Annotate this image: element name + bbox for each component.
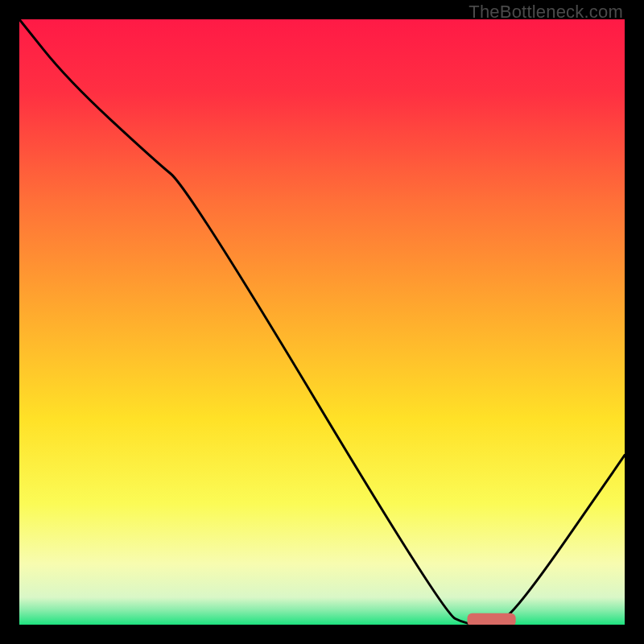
- watermark-text: TheBottleneck.com: [469, 2, 623, 23]
- optimal-range-marker: [467, 613, 515, 625]
- gradient-background: [19, 19, 625, 625]
- chart-frame: [19, 19, 625, 625]
- bottleneck-chart: [19, 19, 625, 625]
